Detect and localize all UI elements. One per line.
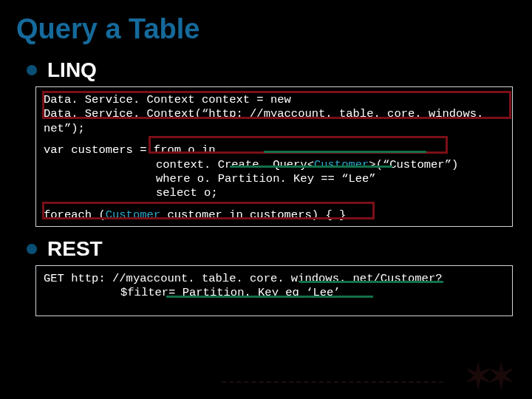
- code-line: context. Create. Query<Customer>(“Custom…: [44, 158, 505, 172]
- code-text: context. Create. Query<: [156, 158, 314, 171]
- bullet-dot-icon: [27, 244, 37, 254]
- bullet-linq: LINQ: [27, 58, 516, 82]
- code-line: Data. Service. Context context = new: [44, 93, 505, 107]
- code-line: var customers = from o in: [44, 143, 505, 157]
- decorative-glyph-icon: ✶✶: [464, 356, 510, 396]
- linq-code-box: Data. Service. Context context = new Dat…: [35, 86, 513, 227]
- slide-title: Query a Table: [16, 13, 516, 45]
- code-text: foreach (: [44, 208, 106, 222]
- code-type: Customer: [106, 208, 160, 222]
- code-blank: [44, 201, 505, 208]
- bullet-linq-label: LINQ: [47, 58, 97, 82]
- bullet-rest: REST: [27, 237, 516, 261]
- code-type: Customer: [314, 158, 369, 171]
- code-text: customer in customers) { }: [160, 208, 346, 222]
- code-blank: [44, 136, 505, 143]
- code-line: Data. Service. Context(“http: //myaccoun…: [44, 107, 505, 136]
- code-line: foreach (Customer customer in customers)…: [44, 208, 505, 222]
- bullet-dot-icon: [27, 65, 37, 75]
- code-text: >(“Customer”): [369, 158, 458, 171]
- rest-code-box: GET http: //myaccount. table. core. wind…: [35, 265, 513, 316]
- code-line: GET http: //myaccount. table. core. wind…: [44, 272, 505, 286]
- bullet-rest-label: REST: [47, 237, 103, 261]
- decorative-dashes-icon: [222, 381, 443, 383]
- code-line: $filter= Partition. Key eq ‘Lee’: [44, 286, 505, 300]
- code-line: where o. Partition. Key == “Lee”: [44, 172, 505, 186]
- code-line: select o;: [44, 186, 505, 200]
